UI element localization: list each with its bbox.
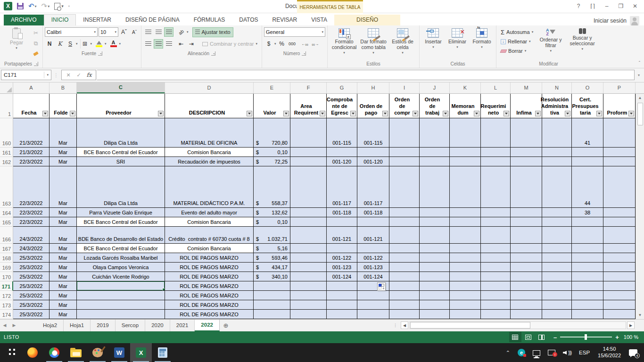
- format-cells-button[interactable]: ⇆ Formato▾: [470, 26, 494, 50]
- cell-P172[interactable]: [603, 291, 636, 300]
- cell-J160[interactable]: [420, 118, 450, 148]
- table-header-E[interactable]: Valor: [254, 94, 290, 118]
- table-header-G[interactable]: Comproba nte de Egresc: [327, 94, 357, 118]
- column-header-H[interactable]: H: [357, 82, 389, 93]
- horizontal-scroll-thumb[interactable]: [410, 322, 530, 329]
- cell-C169[interactable]: Olaya Campos Veronica: [77, 263, 165, 272]
- cell-P174[interactable]: [603, 310, 636, 319]
- alignment-dialog-launcher-icon[interactable]: [211, 51, 215, 56]
- cell-K168[interactable]: [450, 253, 481, 263]
- cell-I166[interactable]: [389, 227, 420, 244]
- cell-B168[interactable]: Mar: [50, 253, 77, 263]
- sign-in[interactable]: Iniciar sesión: [594, 16, 644, 25]
- decrease-indent-button[interactable]: ⇤: [176, 39, 186, 49]
- cell-J170[interactable]: [420, 272, 450, 281]
- cell-N173[interactable]: [542, 300, 572, 310]
- cell-N171[interactable]: [542, 281, 572, 291]
- cell-P161[interactable]: [603, 148, 636, 157]
- cell-G161[interactable]: [327, 148, 357, 157]
- sheet-tab-2019[interactable]: 2019: [91, 320, 116, 331]
- cell-H161[interactable]: [357, 148, 389, 157]
- cell-H160[interactable]: 001-115: [357, 118, 389, 148]
- delete-cells-button[interactable]: ✕ Eliminar▾: [445, 26, 470, 50]
- cell-H165[interactable]: [357, 217, 389, 227]
- row-header-167[interactable]: 167: [0, 244, 13, 253]
- fill-caret-icon[interactable]: ▾: [105, 42, 107, 46]
- filter-button-K[interactable]: [474, 111, 479, 116]
- cell-A169[interactable]: 25/3/2022: [13, 263, 50, 272]
- cell-L172[interactable]: [481, 291, 511, 300]
- column-header-G[interactable]: G: [327, 82, 357, 93]
- column-header-B[interactable]: B: [50, 82, 77, 93]
- orientation-button[interactable]: ab: [174, 25, 188, 39]
- cell-P169[interactable]: [603, 263, 636, 272]
- row-header-174[interactable]: 174: [0, 310, 13, 319]
- cell-D171[interactable]: ROL DE PAGOS MARZO: [165, 281, 254, 291]
- cell-D161[interactable]: Comision Bancaria: [165, 148, 254, 157]
- cell-F170[interactable]: [290, 272, 327, 281]
- horizontal-scroll-track[interactable]: [409, 321, 626, 329]
- cell-E160[interactable]: $720,80: [254, 118, 290, 148]
- cell-L163[interactable]: [481, 166, 511, 208]
- cell-A165[interactable]: 22/3/2022: [13, 217, 50, 227]
- cell-I170[interactable]: [389, 272, 420, 281]
- cell-L160[interactable]: [481, 118, 511, 148]
- ribbon-tab-archivo[interactable]: ARCHIVO: [4, 15, 44, 25]
- sheet-tab-2021[interactable]: 2021: [170, 320, 195, 331]
- filter-button-I[interactable]: [413, 111, 418, 116]
- name-box-caret-icon[interactable]: ▾: [44, 72, 49, 78]
- cell-C174[interactable]: [77, 310, 165, 319]
- undo-button[interactable]: ↶▾: [28, 3, 37, 9]
- cell-O160[interactable]: 41: [572, 118, 603, 148]
- decrease-decimal-button[interactable]: ₀₀→: [311, 39, 320, 49]
- zoom-slider-thumb[interactable]: [585, 334, 587, 340]
- cell-A160[interactable]: 21/3/2022: [13, 118, 50, 148]
- cell-M165[interactable]: [511, 217, 542, 227]
- cell-F163[interactable]: [290, 166, 327, 208]
- cell-L162[interactable]: [481, 157, 511, 166]
- cell-A161[interactable]: 21/3/2022: [13, 148, 50, 157]
- cell-N170[interactable]: [542, 272, 572, 281]
- row-header-170[interactable]: 170: [0, 272, 13, 281]
- cell-P173[interactable]: [603, 300, 636, 310]
- help-button[interactable]: ?: [572, 1, 585, 11]
- cell-D169[interactable]: ROL DE PAGOS MARZO: [165, 263, 254, 272]
- sheet-tab-sercop[interactable]: Sercop: [116, 320, 145, 331]
- cell-K170[interactable]: [450, 272, 481, 281]
- cell-M171[interactable]: [511, 281, 542, 291]
- cell-I165[interactable]: [389, 217, 420, 227]
- font-color-button[interactable]: A: [109, 39, 118, 49]
- cell-A172[interactable]: 25/3/2022: [13, 291, 50, 300]
- table-header-A[interactable]: Fecha: [13, 94, 50, 118]
- cell-D173[interactable]: ROL DE PAGOS MARZO: [165, 300, 254, 310]
- cell-M173[interactable]: [511, 300, 542, 310]
- cell-H164[interactable]: 001-118: [357, 208, 389, 217]
- cell-C160[interactable]: Dilipa Cia Ltda: [77, 118, 165, 148]
- cell-O173[interactable]: [572, 300, 603, 310]
- table-header-L[interactable]: Requerimi neto: [481, 94, 511, 118]
- filter-button-D[interactable]: [247, 111, 252, 116]
- cell-L169[interactable]: [481, 263, 511, 272]
- cell-F174[interactable]: [290, 310, 327, 319]
- cell-H167[interactable]: [357, 244, 389, 253]
- cell-O161[interactable]: [572, 148, 603, 157]
- taskbar-excel-button[interactable]: X: [130, 343, 152, 362]
- cell-E170[interactable]: $340,10: [254, 272, 290, 281]
- decrease-font-button[interactable]: Aˇ: [130, 27, 139, 37]
- find-select-button[interactable]: Buscar y seleccionar▾: [566, 26, 599, 52]
- cell-O165[interactable]: [572, 217, 603, 227]
- column-header-I[interactable]: I: [389, 82, 420, 93]
- cell-I169[interactable]: [389, 263, 420, 272]
- cell-F162[interactable]: [290, 157, 327, 166]
- borders-caret-icon[interactable]: ▾: [91, 42, 92, 46]
- cell-D167[interactable]: Comision Bancaria: [165, 244, 254, 253]
- cell-J166[interactable]: [420, 227, 450, 244]
- cell-I161[interactable]: [389, 148, 420, 157]
- formula-bar-handle[interactable]: ⋮: [51, 73, 61, 78]
- cell-G166[interactable]: 001-121: [327, 227, 357, 244]
- cell-C167[interactable]: BCE Banco Central del Ecuador: [77, 244, 165, 253]
- underline-button[interactable]: S: [66, 39, 75, 49]
- cell-F173[interactable]: [290, 300, 327, 310]
- cell-J165[interactable]: [420, 217, 450, 227]
- cell-L164[interactable]: [481, 208, 511, 217]
